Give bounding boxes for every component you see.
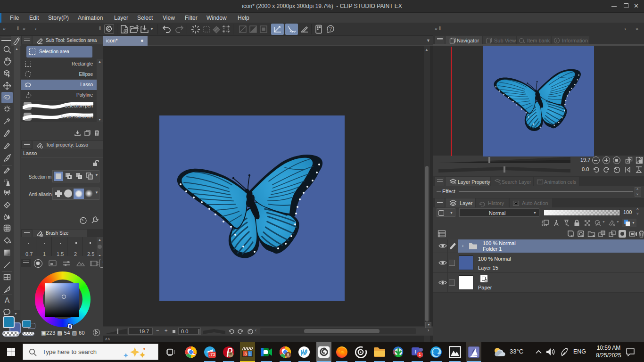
svg-text:A: A	[5, 296, 10, 304]
svg-text:1: 1	[248, 352, 251, 356]
svg-text:3: 3	[244, 352, 247, 356]
svg-text:?: ?	[329, 26, 332, 32]
